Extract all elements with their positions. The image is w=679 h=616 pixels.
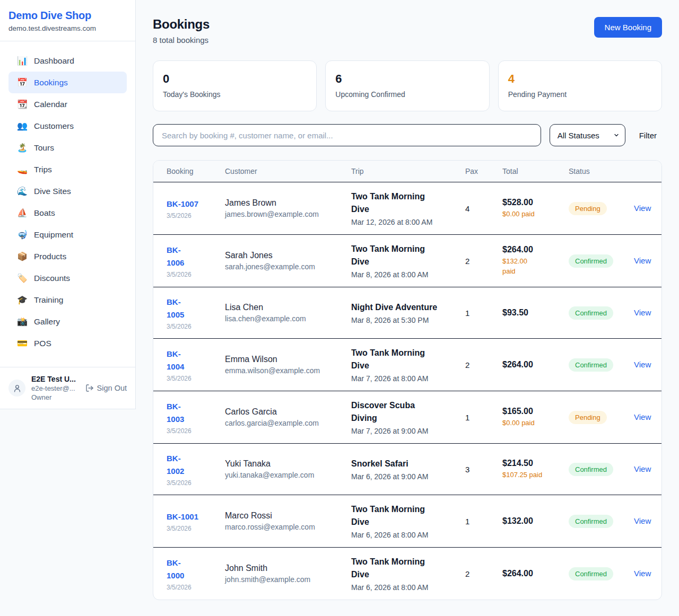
sidebar-item-training[interactable]: 🎓 Training bbox=[8, 289, 127, 311]
stat-cards: 0 Today's Bookings 6 Upcoming Confirmed … bbox=[153, 60, 662, 111]
booking-date: 3/5/2026 bbox=[167, 525, 225, 532]
booking-id-link[interactable]: BK-1001 bbox=[167, 511, 198, 523]
sign-out-button[interactable]: Sign Out bbox=[85, 384, 127, 392]
status-badge: Pending bbox=[569, 202, 607, 215]
table-row: BK- 1005 3/5/2026 Lisa Chen lisa.chen@ex… bbox=[153, 287, 661, 339]
page-header: Bookings 8 total bookings New Booking bbox=[153, 17, 662, 45]
view-link[interactable]: View bbox=[627, 412, 651, 421]
trip-name: Two Tank Morning Dive bbox=[351, 190, 439, 216]
shop-domain: demo.test.divestreams.com bbox=[8, 24, 127, 32]
column-header-trip: Trip bbox=[351, 167, 465, 175]
table-row: BK- 1000 3/5/2026 John Smith john.smith@… bbox=[153, 548, 661, 600]
shop-name: Demo Dive Shop bbox=[8, 10, 127, 22]
view-link[interactable]: View bbox=[627, 256, 651, 265]
user-email: e2e-tester@... bbox=[31, 384, 80, 392]
page-title: Bookings bbox=[153, 17, 210, 32]
table-row: BK- 1003 3/5/2026 Carlos Garcia carlos.g… bbox=[153, 391, 661, 444]
nav-item-label: Bookings bbox=[34, 78, 68, 87]
pax-count: 4 bbox=[465, 204, 502, 213]
sidebar-item-products[interactable]: 📦 Products bbox=[8, 245, 127, 267]
view-link[interactable]: View bbox=[627, 569, 651, 578]
customer-name: Sarah Jones bbox=[225, 251, 351, 260]
view-link[interactable]: View bbox=[627, 308, 651, 317]
view-link[interactable]: View bbox=[627, 464, 651, 473]
booking-id-link[interactable]: BK- 1000 bbox=[167, 557, 184, 582]
search-input[interactable] bbox=[153, 124, 541, 146]
table-row: BK-1007 3/5/2026 James Brown james.brown… bbox=[153, 182, 661, 235]
nav-item-icon: 👥 bbox=[17, 121, 27, 131]
status-badge: Confirmed bbox=[569, 567, 613, 580]
booking-date: 3/5/2026 bbox=[167, 375, 225, 382]
user-name: E2E Test U... bbox=[31, 375, 80, 383]
table-row: BK- 1004 3/5/2026 Emma Wilson emma.wilso… bbox=[153, 339, 661, 391]
column-header-total: Total bbox=[502, 167, 569, 175]
booking-id-link[interactable]: BK- 1002 bbox=[167, 452, 184, 478]
nav-item-label: Discounts bbox=[34, 274, 70, 283]
trip-name: Snorkel Safari bbox=[351, 457, 439, 470]
paid-amount: $107.25 paid bbox=[502, 470, 569, 480]
sidebar-item-pos[interactable]: 💳 POS bbox=[8, 332, 127, 354]
view-link[interactable]: View bbox=[627, 516, 651, 525]
trip-name: Discover Scuba Diving bbox=[351, 399, 439, 425]
sidebar-item-customers[interactable]: 👥 Customers bbox=[8, 115, 127, 137]
sidebar-item-dashboard[interactable]: 📊 Dashboard bbox=[8, 50, 127, 72]
total-amount: $528.00 bbox=[502, 198, 569, 207]
sidebar-item-equipment[interactable]: 🤿 Equipment bbox=[8, 224, 127, 245]
stat-label: Pending Payment bbox=[508, 90, 652, 99]
user-role: Owner bbox=[31, 393, 80, 401]
nav-item-label: Equipment bbox=[34, 230, 73, 240]
nav-item-label: Training bbox=[34, 295, 63, 305]
sidebar-item-tours[interactable]: 🏝️ Tours bbox=[8, 137, 127, 159]
status-badge: Pending bbox=[569, 411, 607, 424]
new-booking-button[interactable]: New Booking bbox=[594, 17, 662, 38]
sign-out-label: Sign Out bbox=[97, 384, 127, 392]
booking-id-link[interactable]: BK- 1003 bbox=[167, 400, 184, 426]
total-amount: $214.50 bbox=[502, 459, 569, 468]
user-info: E2E Test U... e2e-tester@... Owner bbox=[31, 375, 80, 401]
sidebar-item-discounts[interactable]: 🏷️ Discounts bbox=[8, 267, 127, 289]
nav-item-icon: 💳 bbox=[17, 338, 27, 348]
column-header-booking: Booking bbox=[153, 167, 225, 175]
status-badge: Confirmed bbox=[569, 463, 613, 476]
sidebar-item-gallery[interactable]: 📸 Gallery bbox=[8, 311, 127, 332]
sidebar-item-calendar[interactable]: 📆 Calendar bbox=[8, 93, 127, 115]
trip-datetime: Mar 7, 2026 at 8:00 AM bbox=[351, 374, 465, 383]
nav-item-icon: 🎓 bbox=[17, 295, 27, 305]
booking-id-link[interactable]: BK- 1005 bbox=[167, 296, 184, 321]
nav-item-icon: 🚤 bbox=[17, 164, 27, 174]
nav-item-label: POS bbox=[34, 339, 51, 348]
booking-date: 3/5/2026 bbox=[167, 584, 225, 591]
sidebar-footer: E2E Test U... e2e-tester@... Owner Sign … bbox=[0, 367, 135, 409]
status-badge: Confirmed bbox=[569, 515, 613, 528]
total-amount: $264.00 bbox=[502, 569, 569, 578]
trip-name: Two Tank Morning Dive bbox=[351, 243, 439, 268]
booking-id-link[interactable]: BK-1007 bbox=[167, 198, 198, 210]
customer-name: Carlos Garcia bbox=[225, 407, 351, 417]
sidebar-item-bookings[interactable]: 📅 Bookings bbox=[8, 72, 127, 93]
nav-item-icon: 📅 bbox=[17, 77, 27, 87]
table-row: BK- 1006 3/5/2026 Sarah Jones sarah.jone… bbox=[153, 235, 661, 287]
filter-button[interactable]: Filter bbox=[634, 131, 662, 140]
nav-item-icon: 🏷️ bbox=[17, 273, 27, 283]
total-amount: $165.00 bbox=[502, 407, 569, 416]
status-filter-select[interactable]: All Statuses bbox=[550, 124, 625, 146]
trip-datetime: Mar 8, 2026 at 5:30 PM bbox=[351, 316, 465, 324]
view-link[interactable]: View bbox=[627, 204, 651, 213]
trip-name: Two Tank Morning Dive bbox=[351, 347, 439, 372]
sidebar-item-dive-sites[interactable]: 🌊 Dive Sites bbox=[8, 180, 127, 202]
sidebar-item-boats[interactable]: ⛵ Boats bbox=[8, 202, 127, 224]
trip-datetime: Mar 12, 2026 at 8:00 AM bbox=[351, 218, 465, 226]
view-link[interactable]: View bbox=[627, 360, 651, 369]
stat-value: 0 bbox=[163, 72, 307, 86]
stat-value: 4 bbox=[508, 72, 652, 86]
nav-item-label: Customers bbox=[34, 121, 74, 131]
paid-amount: $0.00 paid bbox=[502, 418, 569, 428]
booking-id-link[interactable]: BK- 1004 bbox=[167, 348, 184, 373]
nav-item-label: Products bbox=[34, 252, 66, 261]
stat-label: Today's Bookings bbox=[163, 90, 307, 99]
booking-id-link[interactable]: BK- 1006 bbox=[167, 244, 184, 269]
pax-count: 2 bbox=[465, 257, 502, 266]
nav-item-label: Dashboard bbox=[34, 56, 74, 66]
sidebar-item-trips[interactable]: 🚤 Trips bbox=[8, 159, 127, 180]
customer-email: emma.wilson@example.com bbox=[225, 366, 351, 375]
